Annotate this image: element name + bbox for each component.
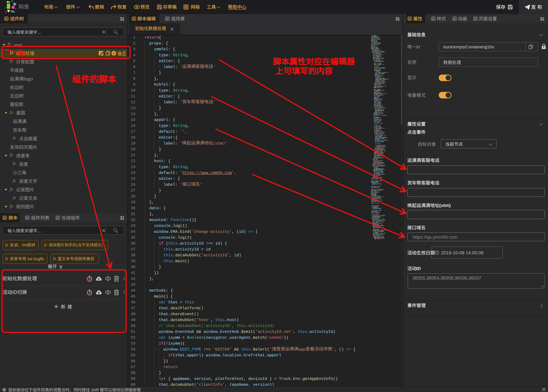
svg-text:ID: ID xyxy=(113,52,115,55)
svg-text:?: ? xyxy=(3,388,5,391)
